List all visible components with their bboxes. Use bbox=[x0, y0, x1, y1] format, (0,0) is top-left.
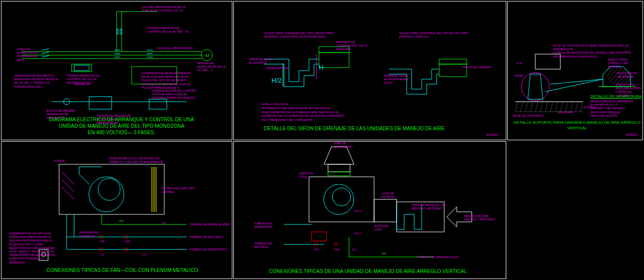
lbl-vr: V.R. bbox=[100, 240, 105, 243]
svg-rect-79 bbox=[328, 172, 350, 176]
svg-line-16 bbox=[42, 49, 49, 50]
panel2-title: DETALLE DEL SIFON DE DRENAJE DE LAS UNID… bbox=[264, 125, 445, 132]
annot-starter-box: CAJA DEL ARRANCADOR bbox=[157, 47, 193, 50]
svg-line-34 bbox=[520, 102, 523, 112]
svg-line-35 bbox=[525, 102, 528, 112]
annot-neoprene: MOLDURA DE NEOPRENE bbox=[617, 72, 644, 79]
annot-plenum: PLENUM METALICO DE MEZCLA Y RETORNO bbox=[412, 203, 452, 210]
ahu-drawing bbox=[234, 142, 507, 279]
svg-line-59 bbox=[550, 79, 603, 84]
svg-line-39 bbox=[545, 102, 548, 112]
svg-rect-82 bbox=[374, 199, 397, 222]
lbl-jl1: J.U. bbox=[100, 253, 105, 256]
annot-canvas1: JUNTA DE LONA bbox=[299, 172, 319, 179]
annot-drain: TUBERIA DE DRENAJE Ø3/4" bbox=[189, 223, 230, 226]
annot-tray: BANDEJA DE CONDENSADO DE LA MAQUINA bbox=[337, 41, 372, 52]
annot-mix: MEZCLA DE AIRE FRESCO Y RETORNO bbox=[464, 214, 499, 221]
svg-line-64 bbox=[62, 179, 74, 192]
svg-rect-10 bbox=[74, 65, 89, 71]
support-note: NOTA: EL CONTRATISTA DEBE PRESENTAR PARA… bbox=[553, 44, 640, 59]
label-m: M bbox=[205, 53, 209, 59]
annot-hole: HUECO PARA TORNILLO DE AMARRE bbox=[608, 58, 638, 69]
annot-switch: INTERRUPTOR ON-OFF CON INTERLOCK PARA DI… bbox=[9, 232, 59, 264]
panel3-title: DETALLE SOPORTE PARA UNIDADES MANEJO DE … bbox=[512, 120, 642, 131]
svg-line-33 bbox=[515, 102, 518, 112]
svg-rect-80 bbox=[309, 177, 374, 222]
lbl-jl2: J.U. bbox=[142, 253, 147, 256]
annot-vac1: V.A.C. bbox=[354, 209, 363, 213]
annot-vac2: V.A.C. bbox=[354, 232, 363, 235]
annot-drain-pipe: TUBERIA DE DRENAJE Ø11/2" bbox=[417, 255, 460, 259]
annot-blow-thru: VALIDO PARA UNIDADES DEL TIPO BLOW-THRU … bbox=[399, 32, 469, 39]
lbl-vr5: V.R. bbox=[314, 248, 319, 251]
panel-fancoil: PURGA PLENUM METALICO INSTALADO EN FABRI… bbox=[1, 141, 232, 279]
annot-supply-air: AIRE DE SUMINISTRO bbox=[334, 142, 359, 149]
svg-point-81 bbox=[333, 188, 351, 206]
annot-purge: PURGA bbox=[54, 159, 65, 163]
svg-line-37 bbox=[535, 102, 538, 112]
svg-line-40 bbox=[550, 102, 553, 112]
annot-concrete: BASE DE CONCRETO bbox=[513, 114, 544, 118]
svg-line-18 bbox=[42, 56, 49, 57]
annot-motor: MOTOR DEL VENTILADOR DE LA UA, 480→3 bbox=[197, 62, 227, 73]
panel5-title: CONEXIONES TIPICAS DE UNA UNIDAD DE MANE… bbox=[269, 268, 467, 274]
svg-rect-88 bbox=[311, 232, 327, 241]
svg-line-63 bbox=[62, 172, 74, 184]
panel-electrical: LINEA DE ALIMENTACION TRIFASICA EN 480 V… bbox=[1, 1, 232, 140]
annot-ua: U.A. bbox=[517, 62, 523, 65]
svg-rect-14 bbox=[149, 99, 167, 109]
svg-line-38 bbox=[540, 102, 543, 112]
svg-point-62 bbox=[98, 178, 120, 200]
lbl-vm5: V.M. bbox=[334, 248, 340, 251]
svg-point-49 bbox=[521, 73, 549, 101]
annot-flex: MANGUERAS FLEXIBLES bbox=[79, 231, 104, 238]
panel-siphon: VALIDO PARA UNIDADES DEL TIPO DRAW-THRU … bbox=[233, 1, 506, 140]
panel1-title: DIAGRAMA ELECTRICO DE ARRANQUE Y CONTROL… bbox=[49, 116, 194, 136]
annot-supply-pipe: TUBERIA DE SUMINISTRO bbox=[254, 222, 279, 229]
svg-line-65 bbox=[62, 187, 74, 199]
svg-line-45 bbox=[575, 102, 578, 112]
mold-subnote: MARCA MANSON, VIBRATION ELIMINATOR CO. O… bbox=[590, 100, 640, 118]
scale2: SIN/ESC bbox=[486, 133, 498, 137]
svg-line-36 bbox=[530, 102, 533, 112]
svg-rect-8 bbox=[120, 29, 122, 34]
annot-drain2: DRENAJE HACIA EL BAJANTE DEL AGUA bbox=[384, 74, 409, 85]
annot-starter: ARRANCADOR MAGNETICO REGULADO DE BAJA TE… bbox=[14, 74, 59, 89]
annot-slope: PENDIENTE 2% bbox=[266, 67, 289, 70]
annot-supply: TUBERIA DE SUMINISTRO bbox=[189, 248, 227, 251]
dim-h2: H/2 bbox=[271, 77, 281, 84]
lbl-1pct: 1% bbox=[119, 219, 124, 223]
annot-light: LUZ DEL ARRANCADOR DE LA VUELTA DE CONTR… bbox=[142, 6, 187, 13]
svg-rect-26 bbox=[319, 53, 349, 68]
svg-rect-7 bbox=[117, 29, 118, 34]
annot-pressure-sw: INTERRUPTOR DE BAJA PRESION EN EL PLENUM… bbox=[142, 72, 192, 90]
svg-line-43 bbox=[565, 102, 568, 112]
svg-rect-78 bbox=[328, 164, 350, 172]
annot-plenum: PLENUM METALICO INSTALADO EN FABRICA Y A… bbox=[109, 157, 164, 164]
annot-guard: GUARDA MOTOR DE CONTROL VOLTAJE INDICA Q… bbox=[152, 89, 197, 100]
siphon-note: H=PE+1 PULGADA PE=PRESION DEL VENTILADOR… bbox=[261, 103, 344, 122]
annot-plug: TAPON DE LIMPIEZA bbox=[462, 66, 492, 69]
svg-rect-13 bbox=[89, 97, 112, 109]
mold-subtitle: DETALLE DE LA MOLDURA bbox=[590, 94, 641, 99]
svg-line-60 bbox=[545, 79, 603, 92]
annot-base: BASE bbox=[515, 74, 523, 78]
annot-draw-thru: VALIDO PARA UNIDADES DEL TIPO DRAW-THRU … bbox=[264, 32, 344, 39]
svg-rect-29 bbox=[439, 59, 467, 64]
lbl-1pct5: 1% bbox=[382, 252, 386, 255]
annot-return: TUBERIA DE RETORNO bbox=[189, 235, 223, 239]
panel-support: NOTA: EL CONTRATISTA DEBE PRESENTAR PARA… bbox=[507, 1, 643, 140]
annot-filters: FILTROS DE AIRE TIPO LAVABLE bbox=[162, 187, 202, 194]
svg-line-41 bbox=[555, 102, 558, 112]
panel-ahu-vertical: AIRE DE SUMINISTRO JUNTA DE LONA CAJA DE… bbox=[233, 141, 506, 279]
lbl-jl5: J.U. bbox=[352, 248, 357, 251]
svg-line-44 bbox=[570, 102, 573, 112]
label-ua1620: UA1620 ON bbox=[74, 83, 90, 86]
annot-filterbox: CAJA DE FILTROS bbox=[382, 192, 402, 199]
lbl-ts: T.S. bbox=[162, 222, 167, 225]
svg-line-52 bbox=[608, 68, 618, 79]
panel4-title: CONEXIONES TIPICAS DE FAN—COIL CON PLENU… bbox=[47, 267, 198, 273]
annot-mold: MOLDURA bbox=[558, 111, 573, 114]
svg-rect-61 bbox=[59, 164, 164, 214]
scale3: SIN/ESC bbox=[625, 133, 637, 137]
